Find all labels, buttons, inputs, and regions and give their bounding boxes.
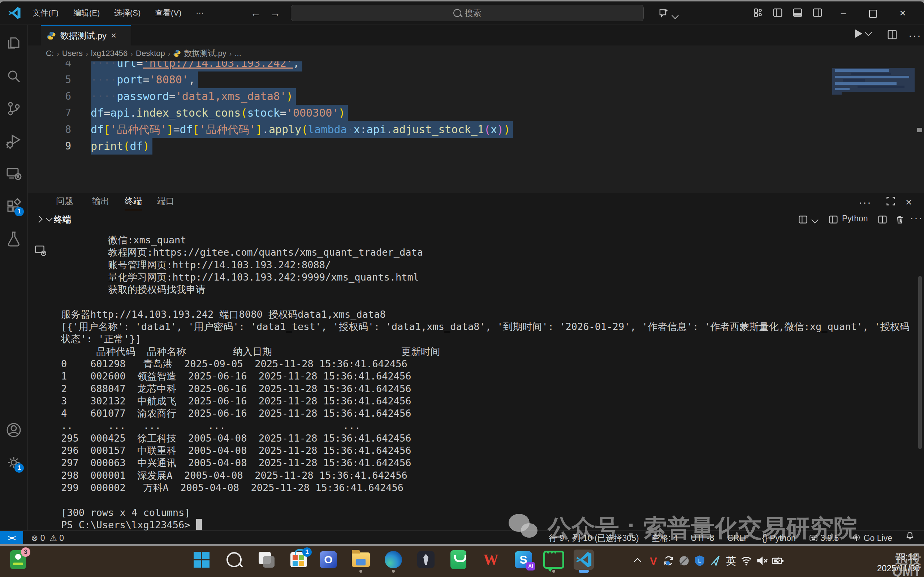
taskbar-clock[interactable]: 23:12 2025/11/30 [877,551,918,574]
tray-sync-icon[interactable] [663,554,676,567]
task-view-icon[interactable] [256,550,277,570]
cursor-position-status[interactable]: 行 9，列 10 (已选择305) [549,531,639,544]
ai-app-icon[interactable]: S AI [513,550,534,570]
panel-expand-icon[interactable] [35,216,43,223]
store-icon[interactable]: 1 [289,550,309,570]
python-terminal-icon[interactable] [828,214,839,225]
menu-file[interactable]: 文件(F) [26,2,65,24]
run-python-file-icon[interactable] [855,29,871,39]
tray-shield-icon[interactable]: L [693,554,706,567]
panel-tab-ports[interactable]: 端口 [157,192,174,210]
toggle-panel-icon[interactable] [792,7,805,19]
language-status[interactable]: {} Python [762,531,795,544]
start-icon[interactable] [192,550,212,570]
code-line-6[interactable]: 6····password='data1,xms_data8') [28,88,924,105]
breadcrumb-user[interactable]: lxg123456 [91,49,128,58]
toggle-primary-sidebar-icon[interactable] [772,7,785,19]
toggle-secondary-sidebar-icon[interactable] [812,7,824,19]
tray-quark-arrow-icon[interactable] [709,554,722,567]
code-editor[interactable]: 4····url='http://14.103.193.242',5····po… [28,61,924,192]
game-center-icon[interactable] [416,550,436,570]
nav-back-icon[interactable]: ← [248,6,263,19]
minimap[interactable] [832,68,914,92]
breadcrumb-desktop[interactable]: Desktop [136,49,165,58]
customize-layout-icon[interactable] [752,7,765,19]
file-explorer-icon[interactable] [351,550,371,570]
copilot-chevron-icon[interactable] [672,11,685,23]
copilot-icon[interactable] [658,7,671,19]
panel-close-icon[interactable]: × [906,196,912,208]
maximize-icon[interactable] [860,2,887,24]
split-terminal-icon[interactable] [877,214,887,225]
code-line-5[interactable]: 5····port='8080', [28,71,924,88]
split-editor-icon[interactable] [887,29,898,40]
eol-status[interactable]: CRLF [727,531,749,544]
menu-more[interactable]: ⋯ [189,2,210,24]
code-line-9[interactable]: 9print(df) [28,138,924,155]
minimize-icon[interactable]: – [830,2,857,24]
close-window-icon[interactable]: × [889,2,916,24]
tab-close-icon[interactable]: × [111,30,116,41]
indentation-status[interactable]: 空格: 4 [652,531,678,544]
remote-explorer-icon[interactable] [5,165,23,182]
breadcrumb-file[interactable]: 数据测试.py [184,48,226,59]
tray-location-off-icon[interactable] [678,554,691,567]
run-debug-icon[interactable] [5,132,23,150]
python-env-status[interactable]: 3.9.5 [809,531,839,544]
code-line-8[interactable]: 8df['品种代码']=df['品种代码'].apply(lambda·x:ap… [28,121,924,138]
editor-scrollbar[interactable] [917,128,922,132]
panel-tab-output[interactable]: 输出 [92,192,110,210]
panel-maximize-icon[interactable] [886,196,896,206]
testing-icon[interactable] [5,230,23,247]
nav-forward-icon[interactable]: → [268,6,282,19]
terminal-output[interactable]: 微信:xms_quant 教程网页:https://gitee.com/quan… [28,229,924,531]
explorer-icon[interactable] [5,35,23,52]
remote-indicator[interactable]: >< [0,531,23,544]
terminal-section-chevron-icon[interactable] [45,214,53,222]
breadcrumb-users[interactable]: Users [62,49,83,58]
menu-selection[interactable]: 选择(S) [108,2,147,24]
panel-more-actions-icon[interactable]: ··· [859,196,872,208]
terminal-section-title[interactable]: 终端 [54,214,71,225]
source-control-icon[interactable] [5,100,23,118]
settings-gear-icon[interactable]: 1 [5,454,23,471]
tray-overflow-chevron-icon[interactable] [631,554,644,567]
terminal-scrollbar[interactable] [918,276,922,449]
code-line-7[interactable]: 7df=api.index_stock_cons(stock='000300') [28,105,924,121]
new-terminal-icon[interactable] [798,214,808,225]
breadcrumb[interactable]: C:› Users› lxg123456› Desktop› 数据测试.py› … [28,45,924,61]
menu-view[interactable]: 查看(V) [148,2,188,24]
command-search-input[interactable]: 搜索 [291,5,644,21]
debug-window-icon[interactable] [34,244,48,258]
tray-battery-icon[interactable] [771,554,784,567]
outlook-icon[interactable]: O [318,550,339,570]
book-icon[interactable]: 3 [8,550,28,570]
shell-label[interactable]: Python [842,214,868,224]
terminal-more-actions-icon[interactable]: ··· [910,211,923,224]
tab-data-test-py[interactable]: 数据测试.py × [41,25,131,45]
terminal-profile-chevron-icon[interactable] [811,216,819,224]
tray-wifi-icon[interactable] [740,554,753,567]
tray-volume-muted-icon[interactable] [756,554,769,567]
editor-more-actions-icon[interactable]: ··· [908,29,921,42]
wechat-icon[interactable] [543,550,564,570]
search-icon[interactable] [5,68,23,85]
go-live-status[interactable]: Go Live [852,531,892,544]
breadcrumb-symbol[interactable]: ... [234,49,241,58]
panel-tab-problems[interactable]: 问题 [56,192,73,210]
kill-terminal-icon[interactable] [895,214,905,225]
menu-edit[interactable]: 编辑(E) [67,2,106,24]
search-icon[interactable] [224,550,244,570]
problems-status[interactable]: ⊗ 0 ⚠ 0 [31,531,64,544]
panel-tab-terminal[interactable]: 终端 [125,192,142,211]
accounts-icon[interactable] [5,421,23,439]
breadcrumb-drive[interactable]: C: [46,49,54,58]
notifications-bell-icon[interactable] [905,531,914,544]
tray-v-app-icon[interactable]: V [647,554,660,567]
extensions-icon[interactable]: 1 [5,198,23,215]
encoding-status[interactable]: UTF-8 [691,531,714,544]
code-line-4[interactable]: 4····url='http://14.103.193.242', [28,61,924,71]
edge-icon[interactable] [383,550,403,570]
vscode-icon[interactable] [574,550,594,570]
tray-ime-indicator[interactable]: 英 [725,554,738,567]
